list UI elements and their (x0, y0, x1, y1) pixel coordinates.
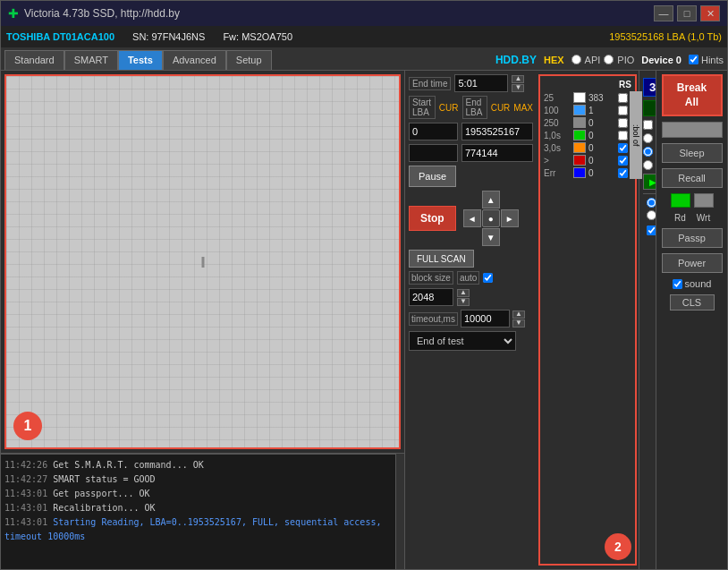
ddd-api-checkbox[interactable] (643, 120, 653, 130)
sleep-button[interactable]: Sleep (662, 143, 723, 163)
minimize-button[interactable]: — (654, 5, 673, 21)
timeout-input[interactable] (461, 310, 510, 328)
stat-color-err (573, 167, 586, 178)
end-of-test-select[interactable]: End of test (409, 331, 516, 351)
window-title: Victoria 4.73b SSD, http://hdd.by (24, 7, 180, 20)
break-all-button[interactable]: BreakAll (662, 74, 723, 116)
stat-color-250 (573, 117, 586, 128)
tab-smart[interactable]: SMART (64, 50, 118, 70)
close-button[interactable]: ✕ (700, 5, 720, 21)
break-indicator (662, 122, 723, 138)
stat-row-err: Err 0 (544, 166, 628, 179)
stat-row-100: 100 1 (544, 104, 628, 116)
stat-check-gt[interactable] (618, 156, 628, 166)
end-lba-input[interactable] (461, 123, 533, 140)
end-time-up[interactable]: ▲ (512, 75, 524, 83)
maximize-button[interactable]: □ (677, 5, 697, 21)
sound-checkbox-group: sound (673, 278, 712, 289)
recall-button[interactable]: Recall (662, 168, 723, 188)
stat-check-25[interactable] (618, 93, 628, 103)
stat-check-100[interactable] (618, 106, 628, 115)
block-size-input[interactable] (409, 288, 453, 306)
drive-bar: TOSHIBA DT01ACA100 SN: 97FN4J6NS Fw: MS2… (1, 26, 727, 47)
tab-right-area: HDD.BY HEX API PIO Device 0 Hints (495, 54, 724, 66)
cls-button[interactable]: CLS (670, 294, 715, 311)
arrow-left[interactable]: ◄ (463, 209, 481, 227)
api-radio[interactable] (571, 55, 581, 64)
arrow-down[interactable]: ▼ (482, 228, 500, 246)
drive-lba: 1953525168 LBA (1,0 Tb) (609, 31, 722, 42)
stat-row-1s: 1,0s 0 (544, 129, 628, 141)
end-lba-label: End LBA (462, 96, 487, 119)
timeout-up[interactable]: ▲ (512, 311, 525, 319)
stat-check-1s[interactable] (618, 131, 628, 140)
drive-sn: SN: 97FN4J6NS (132, 31, 205, 42)
stat-color-1s (573, 130, 586, 140)
cur-val-row (409, 144, 533, 162)
stop-button[interactable]: Stop (409, 206, 456, 231)
api-radio-group: API PIO (571, 55, 635, 65)
end-time-spinner: ▲ ▼ (512, 75, 524, 92)
log-line-link: 11:43:01 Starting Reading, LBA=0..195352… (4, 515, 392, 544)
block-size-down[interactable]: ▼ (457, 298, 470, 306)
far-right-panel: BreakAll Sleep Recall Rd Wrt Passp Power… (656, 71, 727, 569)
pio-radio[interactable] (604, 55, 614, 64)
hdd-by-label: HDD.BY (495, 54, 537, 66)
cur-val2-input[interactable] (461, 144, 533, 162)
title-bar-buttons: — □ ✕ (654, 5, 720, 21)
rd-indicator (671, 193, 690, 208)
stats-section: RS 25 383 (538, 74, 637, 566)
passp-button[interactable]: Passp (662, 228, 723, 248)
hints-checkbox[interactable] (689, 55, 698, 64)
stats-content: 25 383 100 1 (544, 91, 631, 179)
power-button[interactable]: Power (662, 253, 723, 273)
title-bar-left: ✚ Victoria 4.73b SSD, http://hdd.by (8, 6, 180, 21)
stat-check-3s[interactable] (618, 143, 628, 153)
tab-tests[interactable]: Tests (118, 50, 163, 70)
block-size-row: block size auto (409, 271, 533, 285)
mid-controls: End time ▲ ▼ Start LBA CUR End LBA CUR M… (405, 71, 537, 569)
arrow-pad: ▲ ◄ ● ► ▼ (463, 191, 519, 246)
read-radio[interactable] (643, 147, 653, 157)
stat-row-250: 250 0 (544, 116, 628, 129)
write-radio[interactable] (643, 160, 653, 170)
full-scan-button[interactable]: FULL SCAN (409, 250, 474, 268)
end-time-input[interactable] (454, 74, 508, 92)
stat-check-250[interactable] (618, 118, 628, 128)
arrow-up[interactable]: ▲ (482, 191, 500, 208)
end-time-down[interactable]: ▼ (512, 84, 524, 92)
sound-checkbox[interactable] (673, 279, 682, 289)
arrow-center[interactable]: ● (482, 209, 500, 227)
pio-label: PIO (617, 55, 634, 65)
timeout-down[interactable]: ▼ (512, 319, 525, 328)
tab-standard[interactable]: Standard (4, 50, 64, 70)
drive-name: TOSHIBA DT01ACA100 (6, 31, 114, 42)
lba-values-row (409, 123, 533, 140)
max-label: MAX (513, 103, 533, 113)
auto-checkbox[interactable] (483, 273, 493, 283)
arrow-right[interactable]: ► (501, 209, 519, 227)
pause-button[interactable]: Pause (409, 166, 456, 187)
timeout-label: timeout,ms (409, 312, 458, 326)
main-content: 1 11:42:26 Get S.M.A.R.T. command... OK … (1, 71, 727, 569)
tab-bar: Standard SMART Tests Advanced Setup HDD.… (1, 47, 727, 71)
tab-setup[interactable]: Setup (226, 50, 272, 70)
log-area[interactable]: 11:42:26 Get S.M.A.R.T. command... OK 11… (1, 454, 395, 569)
wrt-label: Wrt (694, 213, 714, 223)
log-scrollbar[interactable] (395, 454, 404, 569)
api-label: API (585, 55, 601, 65)
pause-row: Pause (409, 166, 533, 187)
rs-row: RS (544, 80, 631, 89)
cur-label2: CUR (491, 103, 511, 113)
full-scan-row: FULL SCAN (409, 250, 533, 268)
log-line: 11:43:01 Get passport... OK (4, 487, 392, 501)
scan-area: 1 (4, 74, 401, 449)
stat-color-100 (573, 105, 586, 115)
tab-advanced[interactable]: Advanced (163, 50, 226, 70)
start-lba-input[interactable] (409, 123, 458, 140)
lba-header-row: Start LBA CUR End LBA CUR MAX (409, 96, 533, 119)
block-size-up[interactable]: ▲ (457, 289, 470, 297)
stat-check-err[interactable] (618, 168, 628, 178)
cur-val-input[interactable] (409, 144, 458, 162)
verify-radio[interactable] (643, 133, 653, 143)
